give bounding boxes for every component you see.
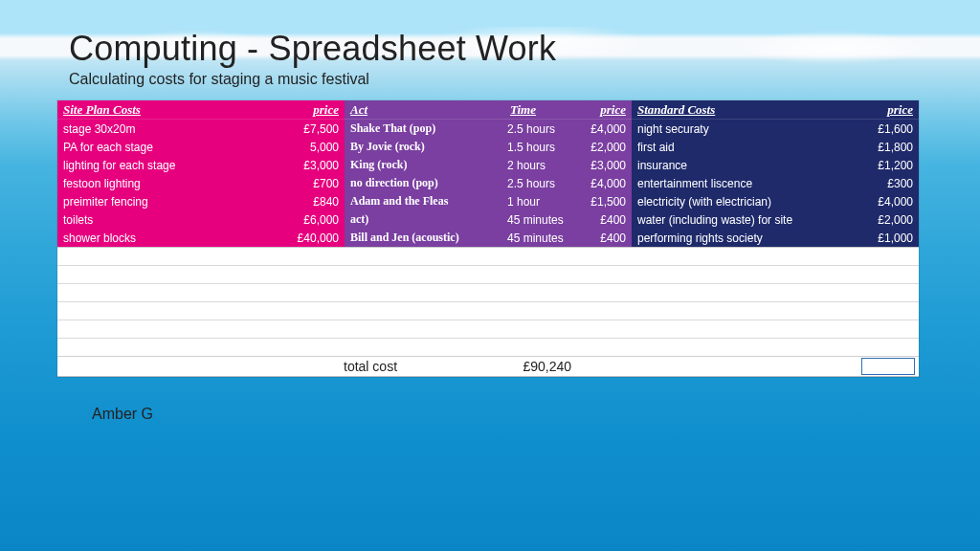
cell-price: £1,000 bbox=[861, 231, 913, 245]
empty-rows: total cost £90,240 bbox=[57, 247, 919, 377]
table-row: water (including waste) for site£2,000 bbox=[632, 210, 919, 229]
table-row: performing rights society£1,000 bbox=[632, 229, 919, 247]
cell-item: insurance bbox=[637, 159, 861, 172]
cell-item: performing rights society bbox=[637, 231, 861, 245]
empty-row bbox=[57, 320, 919, 338]
slide-background: Computing - Spreadsheet Work Calculating… bbox=[0, 0, 980, 551]
total-value: £90,240 bbox=[445, 359, 579, 374]
cell-item: preimiter fencing bbox=[63, 195, 287, 209]
cell-time: 1 hour bbox=[507, 195, 574, 209]
table-row: PA for each stage5,000 bbox=[57, 138, 345, 156]
cell-time: 1.5 hours bbox=[507, 141, 574, 154]
data-tables: Site Plan Costs price stage 30x20m£7,500… bbox=[57, 100, 919, 247]
cell-item: electricity (with electrician) bbox=[637, 195, 861, 209]
table-row: preimiter fencing£840 bbox=[57, 192, 345, 210]
table-row: act)45 minutes£400 bbox=[345, 210, 632, 229]
cell-item: first aid bbox=[637, 141, 861, 154]
col-price: price bbox=[600, 102, 626, 118]
slide-content: Computing - Spreadsheet Work Calculating… bbox=[69, 29, 942, 88]
table-header: Act Time price bbox=[345, 100, 632, 120]
cell-item: Adam and the Fleas bbox=[350, 194, 507, 209]
cell-time: 45 minutes bbox=[507, 231, 574, 245]
cell-price: £3,000 bbox=[287, 159, 339, 172]
table-row: insurance£1,200 bbox=[632, 156, 919, 174]
table-header: Standard Costs price bbox=[632, 100, 919, 120]
empty-row bbox=[57, 338, 919, 356]
table-header: Site Plan Costs price bbox=[57, 100, 345, 120]
cell-time: 2.5 hours bbox=[507, 177, 574, 190]
table-row: stage 30x20m£7,500 bbox=[57, 120, 345, 138]
table-acts: Act Time price Shake That (pop)2.5 hours… bbox=[345, 100, 632, 247]
cell-price: £400 bbox=[574, 231, 626, 245]
col-price: price bbox=[887, 102, 913, 118]
cell-price: £2,000 bbox=[574, 141, 626, 154]
col-item: Standard Costs bbox=[637, 102, 715, 118]
cell-item: water (including waste) for site bbox=[637, 213, 861, 227]
cell-time: 2.5 hours bbox=[507, 122, 574, 136]
table-standard-costs: Standard Costs price night securaty£1,60… bbox=[632, 100, 919, 247]
cell-item: entertainment liscence bbox=[637, 177, 861, 190]
cell-time: 2 hours bbox=[507, 159, 574, 172]
cell-price: £4,000 bbox=[574, 122, 626, 136]
table-row: festoon lighting£700 bbox=[57, 174, 345, 192]
total-row: total cost £90,240 bbox=[57, 356, 919, 377]
table-row: lighting for each stage£3,000 bbox=[57, 156, 345, 174]
page-title: Computing - Spreadsheet Work bbox=[69, 29, 942, 69]
selected-cell[interactable] bbox=[861, 358, 915, 375]
page-subtitle: Calculating costs for staging a music fe… bbox=[69, 71, 942, 88]
cell-price: £300 bbox=[861, 177, 913, 190]
table-site-plan-costs: Site Plan Costs price stage 30x20m£7,500… bbox=[57, 100, 345, 247]
cell-price: £7,500 bbox=[287, 122, 339, 136]
spreadsheet: Site Plan Costs price stage 30x20m£7,500… bbox=[57, 100, 919, 377]
col-price: price bbox=[313, 102, 339, 118]
cell-price: £840 bbox=[287, 195, 339, 209]
table-row: toilets£6,000 bbox=[57, 210, 345, 229]
col-item: Site Plan Costs bbox=[63, 102, 141, 118]
table-row: electricity (with electrician)£4,000 bbox=[632, 192, 919, 210]
table-row: entertainment liscence£300 bbox=[632, 174, 919, 192]
empty-row bbox=[57, 265, 919, 283]
cell-item: toilets bbox=[63, 213, 287, 227]
cell-item: PA for each stage bbox=[63, 141, 287, 154]
cell-price: £1,200 bbox=[861, 159, 913, 172]
empty-row bbox=[57, 283, 919, 301]
table-row: Bill and Jen (acoustic)45 minutes£400 bbox=[345, 229, 632, 247]
cell-price: £4,000 bbox=[861, 195, 913, 209]
col-act: Act bbox=[350, 102, 510, 118]
cell-price: £4,000 bbox=[574, 177, 626, 190]
cell-price: £6,000 bbox=[287, 213, 339, 227]
cell-item: lighting for each stage bbox=[63, 159, 287, 172]
cell-price: £2,000 bbox=[861, 213, 913, 227]
cell-item: King (rock) bbox=[350, 158, 507, 172]
table-row: King (rock)2 hours£3,000 bbox=[345, 156, 632, 174]
cell-price: £700 bbox=[287, 177, 339, 190]
cell-price: £1,800 bbox=[861, 141, 913, 154]
empty-row bbox=[57, 247, 919, 265]
cell-price: £1,500 bbox=[574, 195, 626, 209]
cell-price: £400 bbox=[574, 213, 626, 227]
cell-item: Bill and Jen (acoustic) bbox=[350, 231, 507, 245]
cell-price: £3,000 bbox=[574, 159, 626, 172]
table-row: night securaty£1,600 bbox=[632, 120, 919, 138]
table-row: shower blocks£40,000 bbox=[57, 229, 345, 247]
cell-item: festoon lighting bbox=[63, 177, 287, 190]
table-row: By Jovie (rock)1.5 hours£2,000 bbox=[345, 138, 632, 156]
author-name: Amber G bbox=[92, 406, 153, 423]
table-row: first aid£1,800 bbox=[632, 138, 919, 156]
total-label: total cost bbox=[340, 359, 445, 374]
cell-item: By Jovie (rock) bbox=[350, 140, 507, 154]
cell-time: 45 minutes bbox=[507, 213, 574, 227]
col-time: Time bbox=[510, 102, 536, 118]
cell-item: shower blocks bbox=[63, 231, 287, 245]
empty-row bbox=[57, 301, 919, 320]
cell-price: £1,600 bbox=[861, 122, 913, 136]
cell-item: act) bbox=[350, 212, 507, 227]
cell-item: night securaty bbox=[637, 122, 861, 136]
cell-item: no direction (pop) bbox=[350, 176, 507, 190]
table-row: Adam and the Fleas1 hour£1,500 bbox=[345, 192, 632, 210]
cell-item: Shake That (pop) bbox=[350, 121, 507, 136]
table-row: Shake That (pop)2.5 hours£4,000 bbox=[345, 120, 632, 138]
cell-item: stage 30x20m bbox=[63, 122, 287, 136]
table-row: no direction (pop)2.5 hours£4,000 bbox=[345, 174, 632, 192]
cell-price: £40,000 bbox=[287, 231, 339, 245]
